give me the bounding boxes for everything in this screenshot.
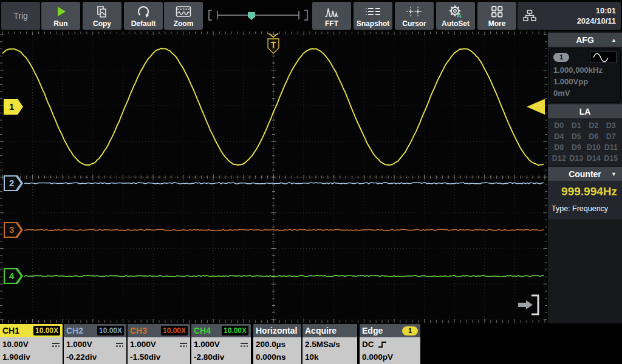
dc-coupling-icon (240, 342, 248, 348)
counter-panel-header[interactable]: Counter ▼ (548, 167, 622, 181)
trigger-source-badge: 1 (402, 326, 418, 335)
ch3-status[interactable]: CH3 10.00X 1.000V -1.50div (128, 324, 190, 364)
fft-spectrum-icon (324, 3, 340, 19)
counter-value: 999.994Hz (552, 185, 618, 198)
bottom-status-bar: CH1 10.00X 10.00V 1.90div CH2 10.00X 1.0… (0, 323, 622, 364)
more-button[interactable]: More (477, 2, 516, 30)
sample-rate: 2.5MSa/s (305, 338, 340, 351)
graticule-and-traces (0, 32, 548, 323)
counter-type: Type: Frequency (552, 204, 618, 213)
clock-panel: 10:01 2024/10/11 (518, 2, 621, 30)
time-display: 10:01 (577, 5, 616, 16)
afg-panel-body[interactable]: 1 1.000,000kHz 1.000Vpp 0mV (549, 49, 621, 103)
trigger-status-segment[interactable]: Edge 1 DC 0.000pV (360, 324, 420, 364)
copy-button[interactable]: Copy (83, 2, 121, 30)
memory-depth: 10k (305, 351, 319, 363)
network-icon (522, 8, 537, 23)
expand-icon[interactable]: ▼ (611, 171, 617, 177)
trigger-position-slider[interactable] (205, 2, 311, 30)
ch4-probe-ratio: 10.00X (222, 326, 248, 335)
slider-left-bracket (209, 10, 212, 20)
la-digit: D8 (550, 143, 568, 152)
la-digit: D2 (585, 121, 603, 130)
snapshot-list-icon (364, 3, 381, 19)
la-digit: D0 (550, 121, 568, 130)
dc-coupling-icon (115, 342, 124, 348)
trigger-time-marker[interactable]: T (265, 33, 281, 57)
la-digit: D10 (585, 143, 603, 152)
afg-amplitude: 1.000Vpp (553, 76, 617, 87)
dc-coupling-icon (179, 342, 188, 348)
slider-right-bracket (304, 10, 307, 20)
run-button[interactable]: Run (41, 2, 80, 30)
la-digit: D7 (603, 132, 620, 141)
la-digit: D12 (550, 154, 568, 163)
horizontal-delay: 0.000ns (256, 351, 286, 363)
slider-marker (248, 12, 255, 20)
la-digital-channels: D0 D1 D2 D3 D4 D5 D6 D7 D8 D9 D10 D11 D1… (548, 118, 622, 166)
play-icon (54, 3, 67, 19)
fft-button[interactable]: FFT (312, 2, 351, 30)
afg-channel-badge: 1 (553, 53, 569, 62)
afg-frequency: 1.000,000kHz (553, 64, 617, 76)
counter-panel-body: 999.994Hz Type: Frequency (548, 181, 622, 219)
la-digit: D15 (603, 154, 620, 163)
waveform-display[interactable]: 1 2 3 4 T (0, 32, 548, 323)
trigger-t-icon: T (265, 33, 281, 57)
ch3-probe-ratio: 10.00X (161, 326, 188, 335)
la-digit: D6 (585, 132, 603, 141)
trigger-coupling: DC (362, 338, 374, 351)
la-digit: D3 (603, 121, 620, 130)
ch1-probe-ratio: 10.00X (33, 326, 60, 335)
la-panel-header[interactable]: LA (548, 104, 622, 118)
sine-wave-icon (590, 52, 617, 63)
snapshot-button[interactable]: Snapshot (354, 2, 392, 30)
more-grid-icon (490, 3, 504, 19)
trigger-level: 0.000pV (362, 351, 393, 363)
la-digit: D14 (585, 154, 603, 163)
la-digit: D9 (568, 143, 586, 152)
afg-offset: 0mV (553, 87, 617, 99)
ch1-status[interactable]: CH1 10.00X 10.00V 1.90div (0, 324, 63, 364)
menu-collapse-icon[interactable] (514, 294, 541, 319)
reset-icon (136, 3, 151, 19)
la-digit: D5 (568, 132, 586, 141)
ch2-probe-ratio: 10.00X (97, 326, 124, 335)
rising-edge-icon (378, 340, 388, 349)
la-digit: D13 (568, 154, 586, 163)
trig-text: Trig (13, 11, 28, 21)
zoom-wave-icon (176, 3, 191, 19)
trigger-status-label[interactable]: Trig (1, 2, 40, 30)
ch2-status[interactable]: CH2 10.00X 1.000V -0.22div (64, 324, 126, 364)
date-display: 2024/10/11 (577, 16, 616, 26)
ch4-status[interactable]: CH4 10.00X 1.000V -2.80div (191, 324, 251, 364)
timebase-scale: 200.0µs (256, 338, 285, 351)
default-button[interactable]: Default (124, 2, 163, 30)
autoset-gear-icon: A (448, 3, 463, 19)
la-digit: D1 (568, 121, 586, 130)
zoom-button[interactable]: Zoom (164, 2, 203, 30)
oscilloscope-screen: Trig Run Copy Defaul (0, 0, 622, 364)
svg-text:T: T (271, 40, 276, 50)
cursor-crosshair-icon (406, 3, 423, 19)
copy-icon (95, 3, 109, 19)
top-toolbar: Trig Run Copy Defaul (0, 0, 622, 32)
autoset-button[interactable]: A AutoSet (436, 2, 475, 30)
cursor-button[interactable]: Cursor (395, 2, 434, 30)
la-digit: D11 (603, 143, 620, 152)
right-sidebar: AFG ▲ 1 1.000,000kHz 1.000Vpp 0mV LA D0 … (548, 32, 622, 323)
la-digit: D4 (550, 132, 568, 141)
collapse-icon[interactable]: ▲ (611, 37, 617, 43)
trigger-level-arrow[interactable] (527, 99, 545, 115)
dc-coupling-icon (52, 342, 60, 348)
acquire-status[interactable]: Acquire 2.5MSa/s 10k (302, 324, 357, 364)
svg-text:A: A (457, 12, 462, 19)
afg-panel-header[interactable]: AFG ▲ (548, 33, 622, 47)
horizontal-status[interactable]: Horizontal 200.0µs 0.000ns (253, 324, 301, 364)
